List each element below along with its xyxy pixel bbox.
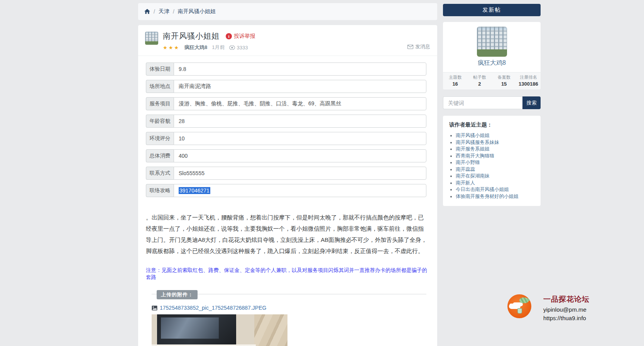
field-row-environment-score: 环境评分 10 [146,132,426,145]
field-label: 总体消费 [146,149,174,162]
list-item: 南开新人 [456,180,535,187]
field-label: 场所地点 [146,80,174,93]
view-count-value: 3333 [237,45,248,51]
list-item: 今日出击南开风骚小姐姐 [456,186,535,193]
author-profile-card: 疯狂大鸡8 主题数 16 帖子数 2 备案数 15 注册排名 1300186 [443,22,541,89]
site-logo[interactable] [507,294,531,318]
topic-link[interactable]: 体验南开服务身材好的小姐姐 [456,194,519,199]
topic-link[interactable]: 南开新人 [456,180,475,186]
field-row-contact: 联系方式 Slo555555 [146,167,426,180]
stat-topics: 主题数 16 [443,73,467,89]
topic-link[interactable]: 南开蕊蕊 [456,167,475,172]
site-brand-block: 一品探花论坛 yipinlou@pm.me https://thua9.info [543,294,590,321]
post-time: 1月前 [212,44,225,51]
field-value-text: 9.8 [179,66,186,72]
field-row-services: 服务项目 漫游、胸推、偷桃、屁推、毛推、阴推、口活、毒龙、69、高跟黑丝 [146,97,426,110]
list-item: 南开风骚小姐姐 [456,132,535,139]
breadcrumb-item-current[interactable]: 南开风骚小姐姐 [178,8,216,15]
search-button[interactable]: 搜索 [522,96,541,109]
star-rating: ★★★ [163,45,180,51]
field-row-total-cost: 总体消费 400 [146,149,426,162]
image-region [152,344,256,346]
field-value-text: 南开南泥湾路 [179,83,211,90]
send-message-label: 发消息 [415,43,430,50]
list-item: 西青南开大胸猫猫 [456,153,535,160]
new-post-button[interactable]: 发新帖 [443,4,541,16]
site-name: 一品探花论坛 [543,294,590,304]
topic-link[interactable]: 南开小野猫 [456,160,480,165]
topic-link[interactable]: 南开风骚服务系妹妹 [456,140,499,145]
stat-label: 主题数 [443,74,467,80]
field-value[interactable]: 漫游、胸推、偷桃、屁推、毛推、阴推、口活、毒龙、69、高跟黑丝 [174,97,426,110]
stat-label: 备案数 [492,74,516,80]
field-label: 环境评分 [146,132,174,145]
field-row-location: 场所地点 南开南泥湾路 [146,80,426,93]
field-value-text: 漫游、胸推、偷桃、屁推、毛推、阴推、口活、毒龙、69、高跟黑丝 [179,100,341,107]
attachments-label: 上传的附件： [157,290,198,299]
send-message-button[interactable]: 发消息 [407,43,430,50]
info-circle-icon: i [226,33,232,39]
stat-label: 注册排名 [516,74,541,80]
field-value[interactable]: 400 [174,149,426,162]
field-value[interactable]: 10 [174,132,426,145]
author-avatar[interactable] [145,32,158,45]
image-region [157,314,236,344]
field-row-age: 年龄容貌 28 [146,115,426,128]
breadcrumb-item-city[interactable]: 天津 [159,8,169,15]
stat-label: 帖子数 [467,74,492,80]
stat-value: 1300186 [516,81,541,87]
attachment-file-link[interactable]: 1752548733852_pic_1752548726887.JPEG [152,305,426,311]
search-input[interactable] [443,96,522,109]
attachment-image[interactable] [152,314,287,346]
topic-link[interactable]: 南开服务系姐姐 [456,146,490,152]
field-value[interactable]: 南开南泥湾路 [174,80,426,93]
list-item: 南开小野猫 [456,159,535,166]
field-value[interactable]: 9.8 [174,62,426,76]
post-author[interactable]: 疯狂大鸡8 [184,44,207,51]
scam-warning-note: 注意：见面之前索取红包、路费、保证金、定金等的个人兼职，以及对服务项目闪烁其词并… [138,267,437,281]
field-value[interactable]: 3917046271 [174,184,426,197]
field-value-text: 28 [179,118,185,124]
field-label: 体验日期 [146,62,174,76]
list-item: 体验南开服务身材好的小姐姐 [456,193,535,200]
eye-icon [229,46,235,50]
post-card: 南开风骚小姐姐 i 投诉举报 ★★★ 疯狂大鸡8 1月前 3333 发消息 [138,25,437,346]
field-label: 联络攻略 [146,184,174,197]
search-bar: 搜索 [443,96,541,109]
topic-link[interactable]: 南开在探湖南妹 [456,173,490,179]
recent-topics-list: 南开风骚小姐姐 南开风骚服务系妹妹 南开服务系姐姐 西青南开大胸猫猫 南开小野猫… [449,132,535,200]
breadcrumb: / 天津 / 南开风骚小姐姐 [138,3,437,20]
list-item: 南开在探湖南妹 [456,173,535,180]
report-button[interactable]: i 投诉举报 [226,33,255,40]
home-icon[interactable] [144,9,150,14]
site-email: yipinlou@pm.me [543,306,590,313]
post-body-text: 。出国回来，坐了一天飞机，腰酸背痛，想着出门按摩下，但是时间太晚了，那就不行搞点… [138,212,437,257]
image-region [254,314,287,346]
post-title: 南开风骚小姐姐 [163,31,220,41]
topic-link[interactable]: 西青南开大胸猫猫 [456,153,494,159]
profile-avatar[interactable] [477,27,507,57]
post-header: 南开风骚小姐姐 i 投诉举报 ★★★ 疯狂大鸡8 1月前 3333 发消息 [138,25,437,56]
report-label: 投诉举报 [234,33,255,40]
field-value[interactable]: Slo555555 [174,167,426,180]
breadcrumb-separator: / [173,8,174,15]
field-value[interactable]: 28 [174,115,426,128]
logo-turtle-shape [519,297,529,303]
topic-link[interactable]: 南开风骚小姐姐 [456,133,490,138]
profile-stats: 主题数 16 帖子数 2 备案数 15 注册排名 1300186 [443,72,541,89]
recent-topics-card: 该作者最近主题： 南开风骚小姐姐 南开风骚服务系妹妹 南开服务系姐姐 西青南开大… [443,116,541,206]
profile-username[interactable]: 疯狂大鸡8 [443,59,541,67]
field-label: 服务项目 [146,97,174,110]
list-item: 南开服务系姐姐 [456,146,535,153]
recent-topics-title: 该作者最近主题： [449,122,535,128]
stat-value: 2 [467,81,492,87]
stat-posts: 帖子数 2 [467,73,492,89]
logo-cup-shape [517,308,522,314]
breadcrumb-separator: / [154,8,155,15]
field-label: 年龄容貌 [146,115,174,128]
topic-link[interactable]: 今日出击南开风骚小姐姐 [456,187,509,192]
stat-register-rank: 注册排名 1300186 [516,73,541,89]
attachments-section: 上传的附件： 1752548733852_pic_1752548726887.J… [152,294,426,346]
stat-records: 备案数 15 [492,73,516,89]
field-row-contact-guide: 联络攻略 3917046271 [146,184,426,197]
